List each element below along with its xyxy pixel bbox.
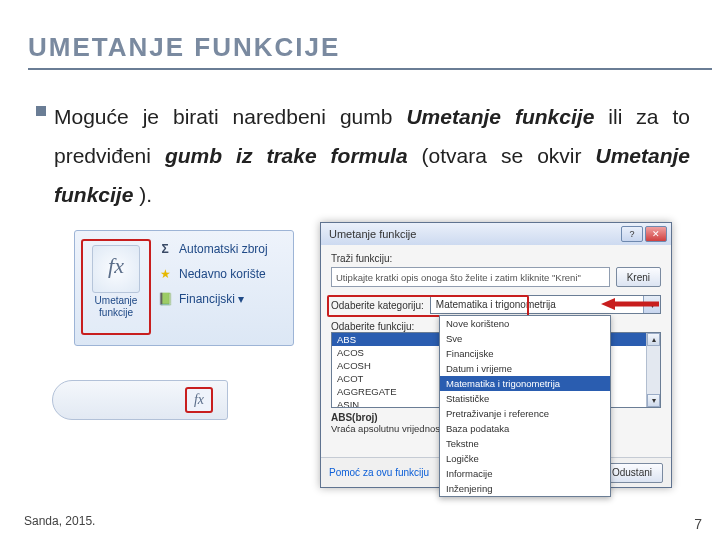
title-rule [28, 68, 712, 70]
list-item[interactable]: Logičke [440, 451, 610, 466]
list-item[interactable]: Inženjering [440, 481, 610, 496]
list-item[interactable]: Informacije [440, 466, 610, 481]
ribbon-item-label: Financijski ▾ [179, 292, 244, 306]
category-dropdown-popup[interactable]: Nove korišteno Sve Financijske Datum i v… [439, 315, 611, 497]
list-item[interactable]: Statističke [440, 391, 610, 406]
category-label: Odaberite kategoriju: [331, 300, 424, 311]
footer-author: Sanda, 2015. [24, 514, 95, 528]
category-select[interactable]: Matematika i trigonometrija ▾ [430, 295, 661, 314]
list-item[interactable]: Datum i vrijeme [440, 361, 610, 376]
dialog-titlebar: Umetanje funkcije ? ✕ [321, 223, 671, 245]
list-item[interactable]: Matematika i trigonometrija [440, 376, 610, 391]
book-icon: 📗 [157, 291, 173, 307]
insert-function-label: Umetanje funkcije [83, 295, 149, 318]
ribbon-item-label: Nedavno korište [179, 267, 266, 281]
ribbon-item-recent[interactable]: ★ Nedavno korište [157, 266, 268, 282]
page-number: 7 [694, 516, 702, 532]
list-item[interactable]: Financijske [440, 346, 610, 361]
dialog-body: Traži funkciju: Utipkajte kratki opis on… [321, 245, 671, 438]
ribbon-excerpt: Umetanje funkcije Σ Automatski zbroj ★ N… [74, 230, 294, 346]
fx-button[interactable]: fx [185, 387, 213, 413]
insert-function-dialog: Umetanje funkcije ? ✕ Traži funkciju: Ut… [320, 222, 672, 488]
ribbon-item-autosum[interactable]: Σ Automatski zbroj [157, 241, 268, 257]
formula-bar-snippet: fx [52, 380, 228, 420]
insert-function-button[interactable]: Umetanje funkcije [81, 239, 151, 335]
scroll-down-icon[interactable]: ▾ [647, 394, 660, 407]
search-label: Traži funkciju: [331, 253, 661, 264]
list-item[interactable]: Baza podataka [440, 421, 610, 436]
body-paragraph: Moguće je birati naredbeni gumb Umetanje… [54, 98, 690, 215]
sigma-icon: Σ [157, 241, 173, 257]
ribbon-item-label: Automatski zbroj [179, 242, 268, 256]
ribbon-items: Σ Automatski zbroj ★ Nedavno korište 📗 F… [157, 241, 268, 307]
body-t2: Umetanje funkcije [406, 105, 594, 128]
scroll-up-icon[interactable]: ▴ [647, 333, 660, 346]
help-icon[interactable]: ? [621, 226, 643, 242]
list-item[interactable]: Sve [440, 331, 610, 346]
dialog-title: Umetanje funkcije [329, 228, 619, 240]
category-value: Matematika i trigonometrija [436, 299, 556, 310]
scrollbar[interactable]: ▴ ▾ [646, 333, 660, 407]
close-icon[interactable]: ✕ [645, 226, 667, 242]
list-item[interactable]: Nove korišteno [440, 316, 610, 331]
list-item[interactable]: Tekstne [440, 436, 610, 451]
list-item[interactable]: Pretraživanje i reference [440, 406, 610, 421]
star-icon: ★ [157, 266, 173, 282]
slide-title: UMETANJE FUNKCIJE [28, 32, 340, 63]
search-input[interactable]: Utipkajte kratki opis onoga što želite i… [331, 267, 610, 287]
chevron-down-icon[interactable]: ▾ [643, 296, 660, 313]
go-button[interactable]: Kreni [616, 267, 661, 287]
ribbon-item-financial[interactable]: 📗 Financijski ▾ [157, 291, 268, 307]
body-t5: (otvara se okvir [422, 144, 596, 167]
fx-icon [92, 245, 140, 293]
bullet-icon [36, 106, 46, 116]
body-t7: ). [139, 183, 152, 206]
body-t4: gumb iz trake formula [165, 144, 408, 167]
body-t1: Moguće je birati naredbeni gumb [54, 105, 406, 128]
